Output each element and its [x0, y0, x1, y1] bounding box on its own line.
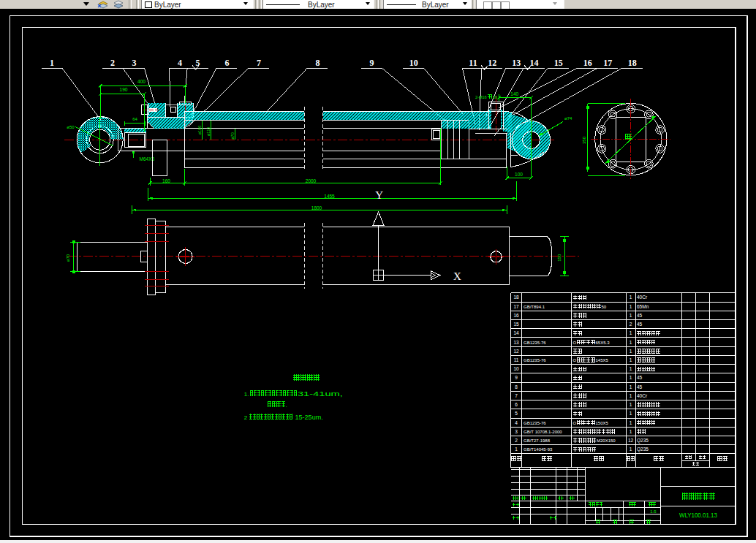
svg-text:GB1235-76: GB1235-76 — [523, 421, 546, 425]
svg-text:GB/T894.1: GB/T894.1 — [523, 305, 545, 309]
svg-text:8: 8 — [315, 58, 320, 68]
svg-text:4: 4 — [178, 58, 182, 68]
svg-text:8: 8 — [515, 384, 518, 390]
svg-text:11: 11 — [469, 58, 477, 68]
svg-text:GB/T27-1988: GB/T27-1988 — [523, 438, 551, 443]
svg-text:65X5.3: 65X5.3 — [596, 341, 611, 345]
svg-text:145X5: 145X5 — [596, 358, 609, 362]
svg-text:16: 16 — [583, 58, 592, 68]
svg-text:1:5: 1:5 — [650, 509, 657, 514]
svg-text:ø70: ø70 — [230, 132, 235, 139]
svg-text:1: 1 — [630, 366, 632, 371]
svg-text:GB1235-76: GB1235-76 — [523, 341, 546, 345]
svg-text:1: 1 — [630, 429, 632, 434]
svg-text:ø110: ø110 — [206, 127, 211, 136]
svg-text:45: 45 — [637, 322, 643, 327]
svg-text:ø100: ø100 — [197, 126, 202, 135]
svg-text:ø70: ø70 — [66, 254, 70, 262]
svg-text:45: 45 — [637, 313, 643, 318]
svg-text:160: 160 — [162, 178, 170, 183]
svg-text:40Cr: 40Cr — [637, 393, 648, 398]
svg-text:14: 14 — [530, 58, 539, 68]
svg-text:13: 13 — [513, 340, 519, 345]
svg-text:9: 9 — [370, 58, 374, 68]
svg-text:31-41um,: 31-41um, — [298, 390, 343, 398]
svg-text:1: 1 — [630, 375, 632, 380]
svg-text:ø74: ø74 — [564, 116, 572, 121]
svg-text:20: 20 — [493, 95, 497, 99]
svg-text:O: O — [573, 341, 577, 345]
svg-text:ø50: ø50 — [67, 125, 75, 129]
svg-text:16: 16 — [513, 313, 519, 318]
svg-text:3: 3 — [515, 429, 518, 434]
svg-text:40Cr: 40Cr — [637, 295, 648, 300]
svg-text:350: 350 — [582, 136, 586, 144]
svg-text:45: 45 — [637, 384, 643, 390]
svg-text:1: 1 — [515, 447, 518, 452]
svg-text:150X5: 150X5 — [596, 421, 609, 425]
svg-text:1: 1 — [630, 304, 632, 309]
svg-text:17: 17 — [513, 304, 519, 309]
svg-text:150: 150 — [557, 254, 562, 262]
svg-text:M20X150: M20X150 — [597, 438, 616, 443]
svg-text:1: 1 — [630, 402, 632, 407]
svg-text:GB1235-76: GB1235-76 — [523, 358, 546, 362]
svg-text:7: 7 — [257, 58, 261, 68]
svg-text:O: O — [573, 421, 577, 425]
svg-text:2: 2 — [110, 58, 115, 68]
svg-text:1: 1 — [630, 447, 632, 452]
svg-text:45: 45 — [637, 375, 643, 380]
svg-text:13: 13 — [512, 58, 521, 68]
svg-text:X: X — [453, 270, 461, 282]
svg-text:1800: 1800 — [311, 205, 322, 210]
svg-text:1: 1 — [630, 357, 632, 362]
svg-text:190: 190 — [120, 87, 128, 92]
svg-text:5: 5 — [515, 411, 518, 416]
svg-text:7: 7 — [515, 393, 518, 398]
svg-text:6: 6 — [515, 402, 518, 407]
svg-text:12: 12 — [488, 58, 496, 68]
svg-text:Q235: Q235 — [637, 447, 649, 452]
svg-text:O: O — [573, 358, 577, 362]
svg-text:65Mn: 65Mn — [637, 304, 649, 309]
svg-text:9: 9 — [515, 375, 518, 380]
svg-text:12: 12 — [628, 438, 634, 443]
svg-text:WLY100.01.13: WLY100.01.13 — [679, 512, 717, 519]
svg-text:1: 1 — [630, 313, 632, 318]
svg-text:140: 140 — [510, 91, 518, 96]
svg-text:GB/T 10708.1-2000: GB/T 10708.1-2000 — [523, 430, 562, 434]
svg-text:1.: 1. — [244, 391, 249, 398]
svg-text:4: 4 — [515, 420, 518, 425]
svg-text:1: 1 — [630, 411, 632, 416]
svg-text:18: 18 — [513, 295, 519, 300]
svg-text:Y: Y — [375, 189, 383, 201]
svg-text:6: 6 — [224, 58, 229, 68]
svg-text:11: 11 — [514, 357, 519, 362]
svg-text:2: 2 — [244, 414, 248, 421]
svg-text:.: . — [286, 402, 287, 409]
svg-text:400: 400 — [137, 79, 145, 84]
svg-text:Q235: Q235 — [637, 438, 649, 444]
svg-text:3: 3 — [132, 58, 136, 68]
svg-text:14: 14 — [513, 330, 519, 335]
svg-text:2: 2 — [630, 322, 632, 327]
svg-text:1: 1 — [630, 340, 632, 345]
svg-text:1: 1 — [630, 420, 632, 425]
svg-text:2: 2 — [515, 438, 518, 443]
svg-text:10: 10 — [409, 58, 418, 68]
svg-text:GB/T14045-93: GB/T14045-93 — [523, 447, 553, 452]
svg-text:15: 15 — [513, 322, 519, 327]
svg-text:1: 1 — [50, 58, 54, 68]
svg-text:1: 1 — [630, 393, 632, 398]
svg-text:50: 50 — [602, 305, 607, 309]
svg-text:18: 18 — [628, 58, 637, 68]
svg-text:17: 17 — [603, 58, 612, 68]
svg-text:1: 1 — [630, 384, 632, 390]
svg-text:2000: 2000 — [306, 178, 317, 183]
svg-text:1: 1 — [630, 349, 632, 354]
svg-text:64: 64 — [132, 117, 137, 121]
svg-text:100: 100 — [515, 172, 523, 177]
svg-text:10: 10 — [513, 366, 519, 371]
svg-text:12: 12 — [513, 349, 519, 354]
svg-text:15: 15 — [554, 58, 563, 68]
